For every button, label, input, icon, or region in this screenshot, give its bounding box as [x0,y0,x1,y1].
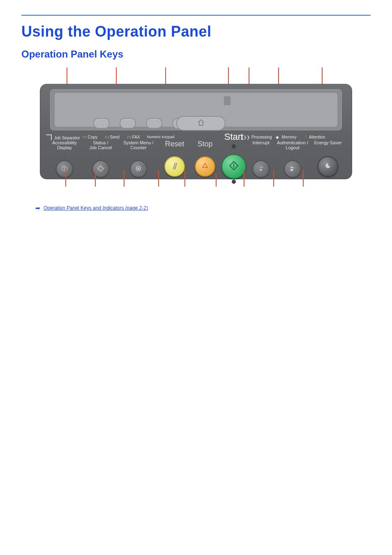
system-menu-button[interactable] [130,160,147,178]
callout-line [65,170,66,187]
svg-point-2 [291,166,293,168]
interrupt-button[interactable] [252,160,270,178]
panel-screen-area [50,89,342,130]
energy-icon [325,162,331,171]
home-icon [197,119,205,128]
label-copy: F1Copy [79,135,101,139]
operation-panel-figure: Job Separator F1Copy F2Send F3FAX Numeri… [40,67,352,195]
label-interrupt: Interrupt [248,140,274,145]
page-title: Using the Operation Panel [21,23,371,40]
svg-point-3 [293,167,295,168]
svg-rect-1 [138,168,139,169]
reference-row: ➡ Operation Panel Keys and Indicators (p… [35,205,371,211]
reference-link[interactable]: Operation Panel Keys and Indicators (pag… [44,205,148,211]
screen-notch [224,96,231,105]
energy-saver-button[interactable] [318,156,338,177]
label-energy-saver: Energy Saver [311,140,344,145]
label-stop: Stop [191,140,219,148]
callout-line [244,170,244,187]
label-accessibility: Accessibility Display [46,140,83,150]
callout-line [165,67,166,84]
function-oval-f2[interactable] [120,118,136,129]
callout-line [95,170,96,187]
main-label-row: Accessibility Display Status / Job Cance… [46,140,346,150]
callout-line [303,170,304,187]
top-label-row: Job Separator F1Copy F2Send F3FAX Numeri… [46,134,346,140]
home-button[interactable] [176,116,226,131]
section-heading: Operation Panel Keys [21,49,371,60]
start-led-top [232,144,236,148]
start-icon [229,161,239,172]
reset-icon: // [173,161,176,172]
function-oval-f3[interactable] [146,118,162,129]
interrupt-icon [258,165,264,173]
label-job-separator: Job Separator [46,134,79,140]
attention-icon: ! [305,135,307,139]
label-attention: ! Attention [301,135,330,139]
label-fax: F3FAX [123,135,144,139]
operation-panel: Job Separator F1Copy F2Send F3FAX Numeri… [40,84,352,179]
status-icon [97,165,104,173]
function-ovals [93,118,184,129]
accessibility-icon: Ⓣ [62,165,67,173]
start-led-bottom [232,180,236,184]
callout-line [116,67,117,84]
memory-icon: ◆ [276,135,279,139]
callout-line [158,170,159,187]
job-separator-icon [46,134,52,140]
label-status-cancel: Status / Job Cancel [83,140,118,150]
callout-line [216,173,217,187]
callout-line [249,67,249,84]
callout-line [184,170,185,187]
arrow-icon: ➡ [35,205,40,211]
stop-icon [202,162,208,171]
label-system-menu: System Menu / Counter [118,140,159,150]
logout-icon [289,165,296,173]
label-numeric-keypad: Numeric Keypad [144,135,178,139]
label-memory: ◆ Memory [271,135,301,139]
callout-line [322,67,323,84]
accessibility-button[interactable]: Ⓣ [56,160,73,178]
svg-point-0 [136,166,141,171]
label-start: Start [219,132,248,142]
stop-button[interactable] [195,156,215,177]
callout-line [124,170,125,187]
start-button[interactable] [221,154,246,179]
reset-button[interactable]: // [164,156,185,177]
function-oval-f1[interactable] [93,118,110,129]
callout-line [273,170,274,187]
label-send: F2Send [101,135,123,139]
callout-line [67,67,67,84]
sysmenu-icon [135,165,142,173]
auth-logout-button[interactable] [284,160,301,178]
button-row: Ⓣ [46,154,346,179]
callout-line [278,67,279,84]
label-reset: Reset [159,140,191,148]
top-rule [21,15,371,16]
label-auth-logout: Authentication / Logout [274,140,311,150]
